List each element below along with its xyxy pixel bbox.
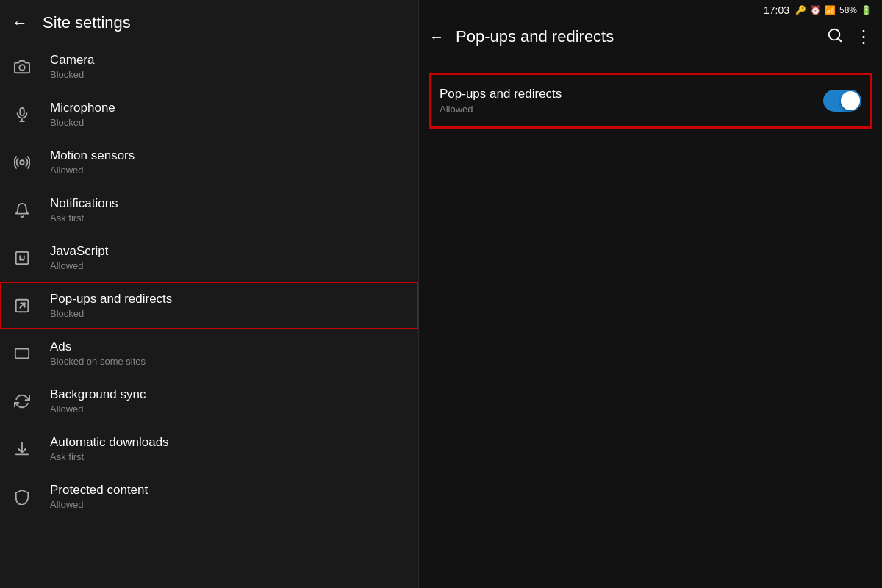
motion-subtitle: Allowed xyxy=(50,165,135,176)
popups-title: Pop-ups and redirects xyxy=(50,292,172,306)
signal-icon: 📶 xyxy=(825,5,836,15)
settings-item-ads[interactable]: Ads Blocked on some sites xyxy=(0,329,418,377)
right-header: ← Pop-ups and redirects ⋮ xyxy=(419,19,882,57)
left-header-title: Site settings xyxy=(43,13,131,32)
camera-subtitle: Blocked xyxy=(50,69,94,80)
battery-icon: 🔋 xyxy=(861,5,872,15)
settings-item-popups[interactable]: Pop-ups and redirects Blocked xyxy=(0,282,418,329)
settings-item-motion[interactable]: Motion sensors Allowed xyxy=(0,138,418,186)
status-bar: 17:03 🔑 ⏰ 📶 58% 🔋 xyxy=(419,0,882,19)
javascript-subtitle: Allowed xyxy=(50,260,108,271)
svg-point-0 xyxy=(19,65,24,70)
popup-toggle-switch[interactable] xyxy=(823,90,861,112)
toggle-title: Pop-ups and redirects xyxy=(440,87,562,101)
svg-line-9 xyxy=(838,38,841,41)
ads-title: Ads xyxy=(50,340,146,354)
camera-text: Camera Blocked xyxy=(50,53,94,80)
settings-item-background-sync[interactable]: Background sync Allowed xyxy=(0,377,418,425)
bell-icon xyxy=(12,202,32,218)
svg-rect-1 xyxy=(20,107,24,115)
settings-item-protected-content[interactable]: Protected content Allowed xyxy=(0,473,418,520)
left-header: ← Site settings xyxy=(0,0,418,43)
microphone-icon xyxy=(12,107,32,123)
popup-icon xyxy=(12,298,32,314)
protected-content-subtitle: Allowed xyxy=(50,499,148,510)
notifications-text: Notifications Ask first xyxy=(50,196,118,223)
settings-item-auto-downloads[interactable]: Automatic downloads Ask first xyxy=(0,425,418,473)
notifications-subtitle: Ask first xyxy=(50,212,118,223)
ads-icon xyxy=(12,345,32,362)
protected-content-title: Protected content xyxy=(50,483,148,498)
camera-icon xyxy=(12,59,32,75)
right-content: Pop-ups and redirects Allowed xyxy=(419,57,882,141)
status-icons: 🔑 ⏰ 📶 58% 🔋 xyxy=(795,5,872,15)
microphone-text: Microphone Blocked xyxy=(50,101,115,128)
notifications-title: Notifications xyxy=(50,196,118,211)
battery-text: 58% xyxy=(839,5,857,15)
microphone-subtitle: Blocked xyxy=(50,117,115,128)
motion-icon xyxy=(12,154,32,171)
javascript-title: JavaScript xyxy=(50,244,108,259)
alarm-icon: ⏰ xyxy=(810,5,821,15)
microphone-title: Microphone xyxy=(50,101,115,115)
svg-rect-7 xyxy=(15,348,29,358)
left-panel: ← Site settings Camera Blocked Microphon… xyxy=(0,0,419,588)
motion-title: Motion sensors xyxy=(50,148,135,163)
status-time: 17:03 xyxy=(764,4,789,16)
settings-item-microphone[interactable]: Microphone Blocked xyxy=(0,90,418,138)
settings-item-camera[interactable]: Camera Blocked xyxy=(0,43,418,90)
svg-rect-5 xyxy=(16,251,29,264)
javascript-text: JavaScript Allowed xyxy=(50,244,108,271)
camera-title: Camera xyxy=(50,53,94,68)
background-sync-title: Background sync xyxy=(50,387,146,402)
svg-point-4 xyxy=(20,160,24,165)
settings-item-javascript[interactable]: JavaScript Allowed xyxy=(0,234,418,282)
left-back-button[interactable]: ← xyxy=(12,13,28,32)
search-icon[interactable] xyxy=(827,27,843,47)
background-sync-subtitle: Allowed xyxy=(50,404,146,415)
popups-subtitle: Blocked xyxy=(50,308,172,319)
background-sync-text: Background sync Allowed xyxy=(50,387,146,415)
popups-text: Pop-ups and redirects Blocked xyxy=(50,292,172,319)
key-icon: 🔑 xyxy=(795,5,806,15)
toggle-subtitle: Allowed xyxy=(440,104,562,115)
toggle-knob xyxy=(841,91,860,110)
popup-toggle-row: Pop-ups and redirects Allowed xyxy=(431,75,870,126)
download-icon xyxy=(12,441,32,457)
ads-text: Ads Blocked on some sites xyxy=(50,340,146,367)
settings-item-notifications[interactable]: Notifications Ask first xyxy=(0,186,418,234)
right-back-button[interactable]: ← xyxy=(429,29,444,46)
auto-downloads-title: Automatic downloads xyxy=(50,435,169,450)
javascript-icon xyxy=(12,250,32,266)
ads-subtitle: Blocked on some sites xyxy=(50,356,146,367)
right-panel: 17:03 🔑 ⏰ 📶 58% 🔋 ← Pop-ups and redirect… xyxy=(419,0,882,588)
motion-text: Motion sensors Allowed xyxy=(50,148,135,176)
more-options-icon[interactable]: ⋮ xyxy=(855,26,872,47)
shield-icon xyxy=(12,489,32,505)
auto-downloads-text: Automatic downloads Ask first xyxy=(50,435,169,462)
settings-list: Camera Blocked Microphone Blocked Motion… xyxy=(0,43,418,588)
toggle-text: Pop-ups and redirects Allowed xyxy=(440,87,562,115)
protected-content-text: Protected content Allowed xyxy=(50,483,148,510)
right-header-title: Pop-ups and redirects xyxy=(456,27,815,46)
auto-downloads-subtitle: Ask first xyxy=(50,451,169,462)
sync-icon xyxy=(12,393,32,409)
